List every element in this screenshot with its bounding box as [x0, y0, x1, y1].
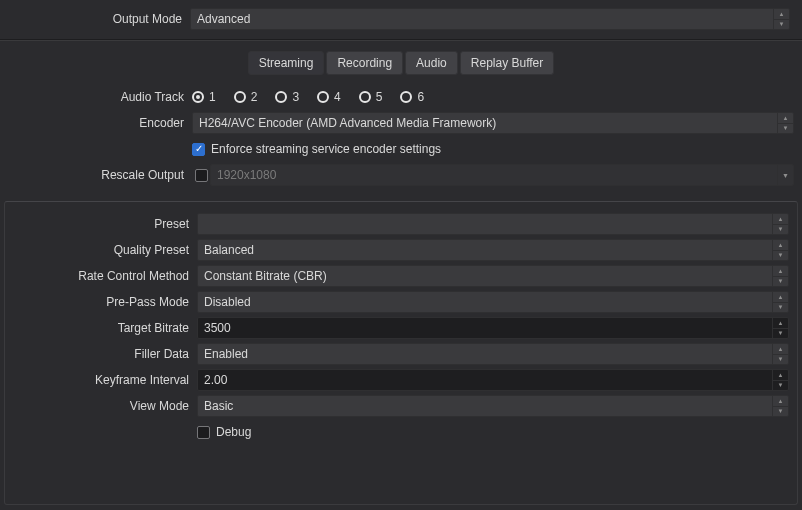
tab-replay-buffer[interactable]: Replay Buffer	[460, 51, 555, 75]
debug-checkbox[interactable]	[197, 426, 210, 439]
updown-icon: ▲▼	[772, 214, 788, 234]
rescale-value: 1920x1080	[217, 168, 276, 182]
updown-icon: ▲▼	[772, 292, 788, 312]
filler-label: Filler Data	[13, 347, 197, 361]
enforce-label: Enforce streaming service encoder settin…	[211, 142, 441, 156]
rate-control-dropdown[interactable]: Constant Bitrate (CBR) ▲▼	[197, 265, 789, 287]
rate-control-label: Rate Control Method	[13, 269, 197, 283]
encoder-label: Encoder	[8, 116, 192, 130]
audio-track-3[interactable]: 3	[275, 90, 317, 104]
output-mode-dropdown[interactable]: Advanced ▲▼	[190, 8, 790, 30]
updown-icon: ▲▼	[772, 266, 788, 286]
updown-icon[interactable]: ▲▼	[772, 370, 788, 390]
enforce-checkbox[interactable]	[192, 143, 205, 156]
filler-value: Enabled	[204, 347, 248, 361]
audio-track-4[interactable]: 4	[317, 90, 359, 104]
target-bitrate-label: Target Bitrate	[13, 321, 197, 335]
output-mode-label: Output Mode	[6, 12, 190, 26]
target-bitrate-input[interactable]: 3500 ▲▼	[197, 317, 789, 339]
chevron-down-icon: ▼	[777, 165, 793, 185]
audio-track-1[interactable]: 1	[192, 90, 234, 104]
keyframe-label: Keyframe Interval	[13, 373, 197, 387]
audio-track-group: 1 2 3 4 5 6	[192, 90, 794, 104]
output-mode-value: Advanced	[197, 12, 250, 26]
output-tabs: Streaming Recording Audio Replay Buffer	[0, 41, 802, 83]
debug-label: Debug	[216, 425, 251, 439]
view-mode-dropdown[interactable]: Basic ▲▼	[197, 395, 789, 417]
encoder-value: H264/AVC Encoder (AMD Advanced Media Fra…	[199, 116, 496, 130]
updown-icon: ▲▼	[773, 9, 789, 29]
target-bitrate-value: 3500	[204, 321, 231, 335]
audio-track-label: Audio Track	[8, 90, 192, 104]
rate-control-value: Constant Bitrate (CBR)	[204, 269, 327, 283]
updown-icon[interactable]: ▲▼	[772, 318, 788, 338]
updown-icon: ▲▼	[772, 396, 788, 416]
tab-audio[interactable]: Audio	[405, 51, 458, 75]
updown-icon: ▲▼	[772, 344, 788, 364]
encoder-settings-group: Preset ▲▼ Quality Preset Balanced ▲▼ Rat…	[4, 201, 798, 505]
encoder-dropdown[interactable]: H264/AVC Encoder (AMD Advanced Media Fra…	[192, 112, 794, 134]
tab-streaming[interactable]: Streaming	[248, 51, 325, 75]
filler-dropdown[interactable]: Enabled ▲▼	[197, 343, 789, 365]
audio-track-2[interactable]: 2	[234, 90, 276, 104]
rescale-checkbox[interactable]	[195, 169, 208, 182]
preset-dropdown[interactable]: ▲▼	[197, 213, 789, 235]
quality-preset-dropdown[interactable]: Balanced ▲▼	[197, 239, 789, 261]
prepass-dropdown[interactable]: Disabled ▲▼	[197, 291, 789, 313]
updown-icon: ▲▼	[777, 113, 793, 133]
audio-track-5[interactable]: 5	[359, 90, 401, 104]
tab-recording[interactable]: Recording	[326, 51, 403, 75]
keyframe-input[interactable]: 2.00 ▲▼	[197, 369, 789, 391]
quality-preset-label: Quality Preset	[13, 243, 197, 257]
audio-track-6[interactable]: 6	[400, 90, 442, 104]
quality-preset-value: Balanced	[204, 243, 254, 257]
updown-icon: ▲▼	[772, 240, 788, 260]
view-mode-label: View Mode	[13, 399, 197, 413]
rescale-dropdown: 1920x1080 ▼	[210, 164, 794, 186]
view-mode-value: Basic	[204, 399, 233, 413]
preset-label: Preset	[13, 217, 197, 231]
rescale-label: Rescale Output	[8, 168, 192, 182]
prepass-label: Pre-Pass Mode	[13, 295, 197, 309]
keyframe-value: 2.00	[204, 373, 227, 387]
prepass-value: Disabled	[204, 295, 251, 309]
